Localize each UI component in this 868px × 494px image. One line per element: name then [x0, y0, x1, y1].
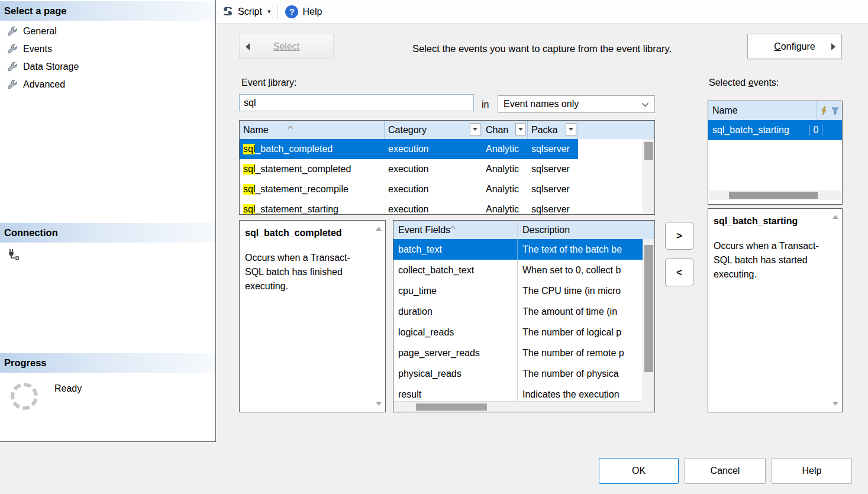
- script-icon: [222, 6, 234, 18]
- selected-events-label: Selected events:: [709, 78, 779, 88]
- event-description-title: sql_batch_completed: [245, 226, 367, 240]
- scrollbar-thumb[interactable]: [729, 192, 818, 199]
- scrollbar-thumb[interactable]: [644, 245, 653, 372]
- scrollbar-vertical[interactable]: [643, 239, 654, 401]
- event-description-panel: sql_batch_completed Occurs when a Transa…: [239, 220, 386, 412]
- field-row-batch-text[interactable]: batch_text The text of the batch be: [393, 239, 643, 260]
- scrollbar-horizontal[interactable]: [709, 191, 841, 200]
- event-search-input[interactable]: [239, 94, 474, 111]
- scrollbar-corner: [643, 401, 654, 412]
- select-button-label: Select: [273, 41, 299, 52]
- sidebar-item-events[interactable]: Events: [0, 40, 215, 58]
- sidebar-item-label: Data Storage: [23, 62, 79, 72]
- progress-header: Progress: [0, 353, 215, 373]
- filter-dropdown-button[interactable]: [566, 123, 576, 135]
- sidebar-item-data-storage[interactable]: Data Storage: [0, 58, 215, 76]
- select-button[interactable]: Select: [239, 34, 334, 59]
- header-icons: [817, 101, 842, 120]
- sidebar-item-general[interactable]: General: [0, 22, 215, 40]
- column-header-channel[interactable]: Chan: [482, 121, 528, 139]
- filter-dropdown-button[interactable]: [515, 123, 526, 135]
- sidebar-item-label: General: [23, 26, 57, 37]
- chevron-down-icon: [641, 102, 649, 107]
- search-match-highlight: sql: [243, 164, 255, 175]
- wrench-icon: [7, 79, 18, 90]
- select-a-page-header: Select a page: [0, 1, 215, 21]
- sidebar: Select a page General Events Data Storag…: [0, 0, 216, 442]
- help-button[interactable]: ? Help: [280, 2, 327, 21]
- add-event-button[interactable]: >: [665, 222, 693, 250]
- event-description-body: Occurs when a Transact-SQL batch has fin…: [245, 251, 367, 293]
- configure-button[interactable]: Configure: [747, 34, 842, 59]
- instruction-text: Select the events you want to capture fr…: [364, 43, 719, 54]
- progress-spinner-icon: [11, 383, 38, 410]
- event-fields-table: Event Fields Description batch_text The …: [393, 220, 655, 412]
- event-table-header: Name Category Chan Packa: [240, 121, 654, 139]
- column-header-name[interactable]: Name: [712, 101, 817, 120]
- in-label: in: [482, 99, 489, 110]
- field-row-cpu-time[interactable]: cpu_time The CPU time (in micro: [393, 280, 643, 301]
- column-header-name[interactable]: Name: [240, 121, 385, 139]
- scrollbar-thumb[interactable]: [416, 403, 487, 411]
- column-header-category[interactable]: Category: [385, 121, 482, 139]
- event-row-sql-statement-starting[interactable]: sql_statement_starting execution Analyti…: [240, 199, 578, 215]
- scroll-down-icon[interactable]: [832, 402, 838, 406]
- lightning-icon[interactable]: [820, 106, 828, 115]
- selected-event-description-panel: sql_batch_starting Occurs when a Transac…: [708, 208, 843, 412]
- search-scope-dropdown[interactable]: Event names only: [498, 95, 655, 113]
- cancel-button[interactable]: Cancel: [685, 458, 766, 484]
- scroll-up-icon[interactable]: [832, 215, 838, 219]
- help-button-label: Help: [302, 7, 322, 17]
- column-header-package[interactable]: Packa: [528, 121, 578, 139]
- toolbar: Script ▾ ? Help: [217, 0, 868, 24]
- fields-table-header: Event Fields Description: [393, 221, 654, 239]
- help-icon: ?: [285, 5, 298, 18]
- field-row-page-server-reads[interactable]: page_server_reads The number of remote p: [393, 343, 643, 363]
- event-row-sql-statement-recompile[interactable]: sql_statement_recompile execution Analyt…: [240, 179, 578, 199]
- filter-funnel-icon[interactable]: [831, 107, 839, 115]
- scroll-up-icon[interactable]: [376, 227, 382, 231]
- search-match-highlight: sql: [243, 144, 255, 154]
- remove-event-button[interactable]: <: [665, 259, 693, 286]
- scrollbar-horizontal[interactable]: [393, 401, 643, 412]
- sort-ascending-icon: [287, 121, 293, 132]
- field-row-physical-reads[interactable]: physical_reads The number of physica: [393, 363, 643, 384]
- wrench-icon: [7, 62, 18, 72]
- scrollbar-thumb[interactable]: [644, 142, 653, 160]
- script-button[interactable]: Script ▾: [217, 2, 276, 21]
- arrow-right-icon: [831, 43, 835, 50]
- configure-button-label: Configure: [774, 41, 815, 52]
- scrollbar-vertical[interactable]: [643, 139, 654, 214]
- field-row-duration[interactable]: duration The amount of time (in: [393, 301, 643, 322]
- selected-events-table: Name sql_batch_starting 0: [708, 101, 843, 205]
- new-session-dialog: Select a page General Events Data Storag…: [0, 0, 868, 494]
- chevron-down-icon: ▾: [267, 8, 271, 15]
- events-page-content: Select Select the events you want to cap…: [217, 24, 868, 442]
- column-header-description[interactable]: Description: [518, 221, 654, 239]
- column-header-event-fields[interactable]: Event Fields: [393, 221, 518, 239]
- sort-ascending-icon: [450, 221, 456, 232]
- selected-description-title: sql_batch_starting: [714, 214, 824, 228]
- selected-description-body: Occurs when a Transact-SQL batch has sta…: [714, 239, 824, 282]
- event-library-table: Name Category Chan Packa sql_batch_compl…: [239, 120, 655, 215]
- wrench-icon: [7, 44, 18, 54]
- wrench-icon: [7, 26, 18, 37]
- field-row-collect-batch-text[interactable]: collect_batch_text When set to 0, collec…: [393, 260, 643, 280]
- scroll-down-icon[interactable]: [376, 402, 382, 406]
- header-filler: [578, 121, 654, 139]
- filter-dropdown-button[interactable]: [470, 123, 480, 135]
- sidebar-item-label: Events: [23, 44, 52, 54]
- event-row-sql-batch-completed[interactable]: sql_batch_completed execution Analytic s…: [240, 139, 578, 159]
- event-row-sql-statement-completed[interactable]: sql_statement_completed execution Analyt…: [240, 159, 578, 179]
- toolbar-separator: [277, 5, 278, 19]
- event-library-label: Event library:: [241, 78, 296, 88]
- ok-button[interactable]: OK: [599, 458, 679, 484]
- field-row-logical-reads[interactable]: logical_reads The number of logical p: [393, 322, 643, 343]
- connection-header: Connection: [0, 223, 215, 243]
- script-button-label: Script: [238, 7, 262, 17]
- sidebar-item-label: Advanced: [23, 79, 65, 90]
- search-scope-value: Event names only: [504, 99, 579, 109]
- sidebar-item-advanced[interactable]: Advanced: [0, 76, 215, 93]
- selected-event-row-sql-batch-starting[interactable]: sql_batch_starting 0: [708, 120, 842, 140]
- help-button-footer[interactable]: Help: [772, 458, 852, 484]
